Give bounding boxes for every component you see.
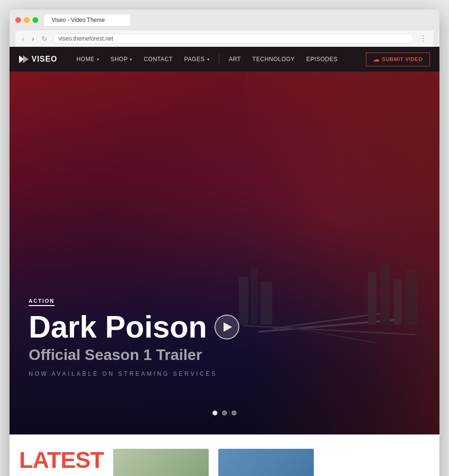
svg-marker-1 [23,55,29,63]
submit-btn-label: Submit Video [382,56,423,62]
nav-shop-label: SHOP [110,56,128,63]
browser-tab[interactable]: Viseo - Video Theme [44,14,130,26]
chevron-down-icon: ▾ [130,57,132,62]
reload-button[interactable]: ↻ [40,34,49,43]
play-button[interactable] [214,315,239,339]
maximize-button[interactable] [32,17,38,23]
logo-icon [19,55,29,63]
tab-title: Viseo - Video Theme [52,17,105,23]
latest-label: LATEST [19,449,104,472]
chevron-down-icon: ▾ [97,57,99,62]
nav-item-shop[interactable]: SHOP ▾ [106,52,137,66]
nav-pages-label: PAGES [184,56,205,63]
minimize-button[interactable] [24,17,30,23]
nav-item-technology[interactable]: TECHNOLOGY [247,52,299,66]
hero-content: ACTION Dark Poison Official Season 1 Tra… [29,296,239,377]
svg-rect-10 [380,263,390,325]
browser-toolbar: ‹ › ↻ viseo.themeforest.net ⋮ [15,30,434,47]
browser-window: Viseo - Video Theme ‹ › ↻ viseo.themefor… [10,10,439,476]
hero-title-text: Dark Poison [29,312,207,342]
forward-button[interactable]: › [30,34,36,43]
traffic-lights [15,17,38,23]
nav-item-home[interactable]: HOME ▾ [72,52,104,66]
address-bar[interactable]: viseo.themeforest.net [53,33,414,44]
navigation-bar: VISEO HOME ▾ SHOP ▾ CONTACT PAGES ▾ [10,47,439,72]
svg-rect-12 [405,270,417,325]
nav-item-pages[interactable]: PAGES ▾ [180,52,214,66]
browser-titlebar: Viseo - Video Theme [15,14,434,26]
hero-tagline: NOW AVAILABLE ON STREAMING SERVICES [29,370,239,377]
submit-video-button[interactable]: ☁ Submit Video [366,53,430,66]
nav-divider [219,54,219,64]
nav-item-contact[interactable]: CONTACT [139,52,178,66]
thumbnail-card-2[interactable] [218,449,314,476]
close-button[interactable] [15,17,21,23]
slide-dot-3[interactable] [232,411,236,415]
browser-chrome: Viseo - Video Theme ‹ › ↻ viseo.themefor… [10,10,439,47]
below-fold-section: LATEST [10,434,439,476]
svg-rect-11 [394,279,402,325]
thumbnail-card-1[interactable] [113,449,209,476]
more-button[interactable]: ⋮ [417,33,429,44]
chevron-down-icon: ▾ [207,57,210,62]
svg-rect-7 [251,267,258,325]
nav-episodes-label: EPISODES [306,56,337,63]
hero-section: ACTION Dark Poison Official Season 1 Tra… [10,72,439,434]
logo-text: VISEO [32,55,57,63]
website: VISEO HOME ▾ SHOP ▾ CONTACT PAGES ▾ [10,47,439,476]
address-text: viseo.themeforest.net [58,35,113,42]
slide-dot-2[interactable] [222,411,227,415]
slide-dots [213,411,236,415]
hero-decoration [234,253,425,396]
svg-rect-5 [282,326,376,344]
cloud-upload-icon: ☁ [373,56,380,63]
svg-rect-6 [239,277,248,325]
play-icon [224,322,232,332]
svg-rect-8 [260,282,272,325]
nav-art-label: ART [229,56,241,63]
svg-rect-9 [368,272,376,325]
genre-tag: ACTION [29,298,54,306]
nav-contact-label: CONTACT [144,56,173,63]
nav-home-label: HOME [76,56,95,63]
hero-title: Dark Poison [29,312,239,342]
nav-item-art[interactable]: ART [224,52,246,66]
hero-subtitle: Official Season 1 Trailer [29,346,239,364]
logo[interactable]: VISEO [19,55,57,63]
slide-dot-1[interactable] [213,411,217,415]
nav-technology-label: TECHNOLOGY [252,56,295,63]
back-button[interactable]: ‹ [20,34,26,43]
nav-links: HOME ▾ SHOP ▾ CONTACT PAGES ▾ ART [72,52,430,66]
nav-item-episodes[interactable]: EPISODES [301,52,342,66]
